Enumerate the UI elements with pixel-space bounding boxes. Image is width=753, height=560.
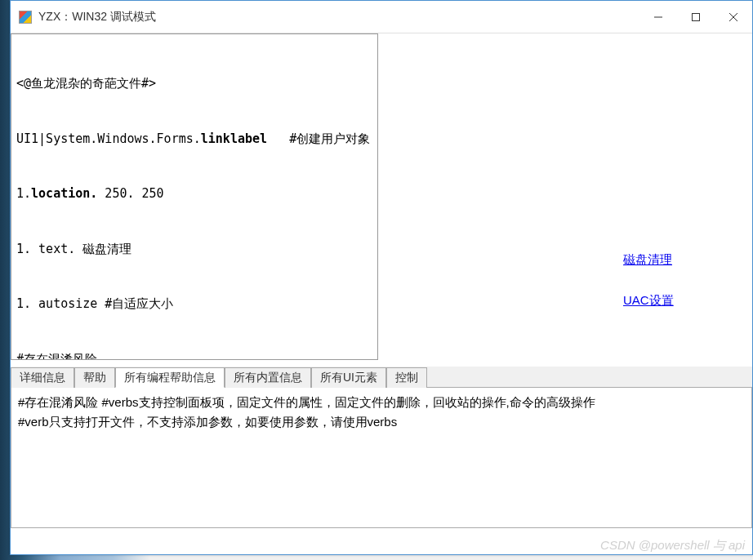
tab-details[interactable]: 详细信息 bbox=[11, 367, 74, 388]
tab-builtin-info[interactable]: 所有内置信息 bbox=[225, 367, 311, 388]
window-controls bbox=[639, 4, 752, 30]
disk-cleanup-link[interactable]: 磁盘清理 bbox=[623, 252, 672, 268]
tab-strip: 详细信息 帮助 所有编程帮助信息 所有内置信息 所有UI元素 控制 bbox=[11, 367, 752, 388]
code-line: <@鱼龙混杂的奇葩文件#> bbox=[16, 74, 372, 93]
form-preview-panel: 磁盘清理 UAC设置 bbox=[378, 33, 752, 360]
close-button[interactable] bbox=[715, 4, 752, 30]
tab-control[interactable]: 控制 bbox=[386, 367, 427, 388]
help-text-line: #存在混淆风险 #verbs支持控制面板项，固定文件的属性，固定文件的删除，回收… bbox=[18, 393, 745, 412]
content-area: <@鱼龙混杂的奇葩文件#> UI1|System.Windows.Forms.l… bbox=[11, 33, 752, 554]
titlebar[interactable]: YZX：WIN32 调试模式 bbox=[11, 1, 752, 33]
main-window: YZX：WIN32 调试模式 <@鱼龙混杂的奇葩文件#> UI1|System.… bbox=[10, 0, 753, 555]
code-panel[interactable]: <@鱼龙混杂的奇葩文件#> UI1|System.Windows.Forms.l… bbox=[11, 33, 378, 360]
code-line: 1. text. 磁盘清理 bbox=[16, 240, 372, 259]
svg-rect-1 bbox=[693, 13, 700, 20]
minimize-icon bbox=[654, 13, 662, 21]
desktop-edge bbox=[0, 49, 10, 457]
code-line: #存在混淆风险 bbox=[16, 350, 372, 361]
tab-ui-elements[interactable]: 所有UI元素 bbox=[311, 367, 386, 388]
maximize-icon bbox=[692, 13, 700, 21]
maximize-button[interactable] bbox=[677, 4, 715, 30]
window-title: YZX：WIN32 调试模式 bbox=[38, 10, 639, 24]
code-line: UI1|System.Windows.Forms.linklabel #创建用户… bbox=[16, 130, 372, 149]
app-icon bbox=[19, 11, 32, 24]
code-line: 1.location. 250. 250 bbox=[16, 184, 372, 203]
uac-settings-link[interactable]: UAC设置 bbox=[623, 293, 674, 309]
help-text-line: #verb只支持打开文件，不支持添加参数，如要使用参数，请使用verbs bbox=[18, 412, 745, 432]
tabs-container: 详细信息 帮助 所有编程帮助信息 所有内置信息 所有UI元素 控制 #存在混淆风… bbox=[11, 367, 752, 554]
code-content[interactable]: <@鱼龙混杂的奇葩文件#> UI1|System.Windows.Forms.l… bbox=[11, 34, 377, 360]
tab-help[interactable]: 帮助 bbox=[74, 367, 115, 388]
close-icon bbox=[729, 13, 737, 21]
tab-content[interactable]: #存在混淆风险 #verbs支持控制面板项，固定文件的属性，固定文件的删除，回收… bbox=[11, 388, 752, 528]
minimize-button[interactable] bbox=[639, 4, 677, 30]
tab-programming-help[interactable]: 所有编程帮助信息 bbox=[115, 367, 225, 388]
code-line: 1. autosize #自适应大小 bbox=[16, 295, 372, 313]
